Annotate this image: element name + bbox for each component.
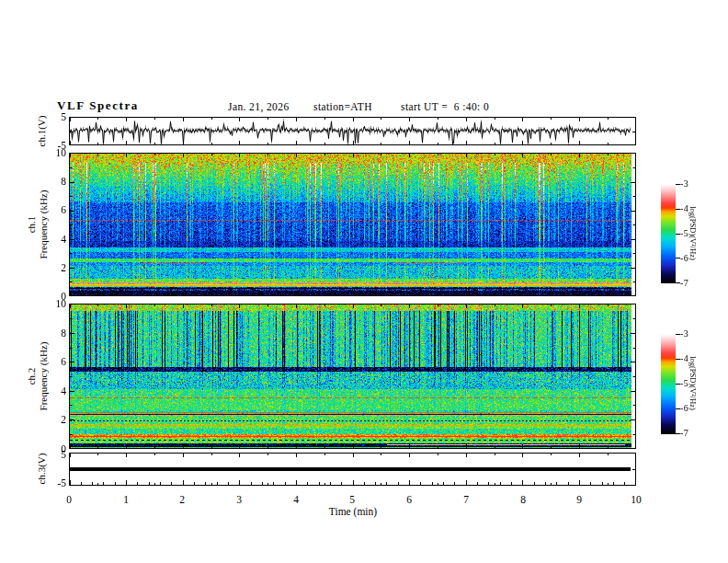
figure-date: Jan. 21, 2026 <box>228 101 290 112</box>
x-tick-label: 4 <box>287 493 305 506</box>
start-time-label: start UT = 6 :40: 0 <box>401 101 489 112</box>
x-tick-label: 1 <box>117 493 135 506</box>
colorbar-ch2-label: log(PSD)(V²/Hz) <box>688 338 698 430</box>
ch1-spec-ylabel-line1: ch.1 <box>26 169 38 280</box>
y-tick-label: -5 <box>42 477 66 489</box>
y-tick-label: 2 <box>39 261 66 274</box>
x-tick-label: 0 <box>60 493 78 506</box>
figure-title: VLF Spectra <box>57 98 139 113</box>
y-tick-label: 5 <box>42 110 66 123</box>
y-tick-label: 6 <box>39 203 66 216</box>
vlf-spectra-figure: VLF Spectra Jan. 21, 2026 station=ATH st… <box>0 0 728 563</box>
x-tick-label: 8 <box>514 493 532 506</box>
y-tick-label: 6 <box>39 355 66 368</box>
y-tick-label: 4 <box>39 233 66 246</box>
colorbar-ch1 <box>661 184 681 283</box>
x-axis-title: Time (min) <box>301 506 404 517</box>
ch1-waveform-plot <box>69 117 636 145</box>
colorbar-tick-label: -7 <box>680 428 704 439</box>
ch2-spec-ylabel-line1: ch.2 <box>26 321 38 431</box>
x-tick-label: 3 <box>230 493 248 506</box>
x-tick-label: 6 <box>400 493 418 506</box>
x-tick-label: 9 <box>570 493 588 506</box>
y-tick-label: 8 <box>39 327 66 339</box>
x-tick-label: 7 <box>457 493 475 506</box>
x-tick-label: 10 <box>627 493 645 506</box>
ch2-spectrogram <box>69 304 636 449</box>
x-tick-label: 5 <box>343 493 361 506</box>
colorbar-ch2 <box>661 334 681 434</box>
station-label: station=ATH <box>313 101 372 112</box>
y-tick-label: 5 <box>42 448 66 461</box>
y-tick-label: 10 <box>39 297 66 310</box>
colorbar-tick-label: -7 <box>680 278 704 289</box>
ch1-spectrogram <box>69 153 636 296</box>
y-tick-label: 8 <box>39 175 66 188</box>
y-tick-label: 2 <box>39 413 66 426</box>
x-tick-label: 2 <box>173 493 191 506</box>
ch3-waveform-plot <box>69 453 636 486</box>
y-tick-label: 4 <box>39 385 66 397</box>
y-tick-label: 10 <box>39 146 66 159</box>
colorbar-ch1-label: log(PSD)(V²/Hz) <box>688 188 698 280</box>
